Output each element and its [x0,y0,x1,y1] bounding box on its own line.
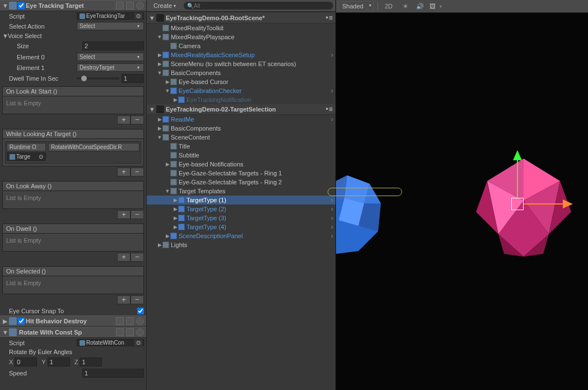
foldout-icon[interactable]: ▶ [165,233,170,239]
dwell-input[interactable] [122,74,144,83]
foldout-icon[interactable]: ▶ [157,117,162,122]
create-dropdown[interactable]: Create ▾ [149,1,180,10]
gear-icon[interactable] [136,2,144,10]
scene-menu-icon[interactable]: •≡ [326,105,333,113]
lighting-toggle-button[interactable]: ☀ [399,2,409,11]
component-header-eye-tracking[interactable]: ▼ Eye Tracking Target [0,0,146,11]
search-input[interactable] [194,3,330,9]
foldout-icon[interactable]: ▼ [157,34,162,40]
foldout-icon[interactable]: ▶ [172,97,178,103]
open-prefab-icon[interactable]: › [331,87,333,95]
open-prefab-icon[interactable]: › [331,223,333,231]
foldout-icon[interactable]: ▶ [157,126,162,131]
2d-toggle-button[interactable]: 2D [381,2,396,11]
preset-icon[interactable] [126,317,134,325]
reference-icon[interactable] [116,2,124,10]
open-prefab-icon[interactable]: › [331,196,333,204]
script-objectfield[interactable]: EyeTrackingTar ⊙ [77,12,144,20]
foldout-icon[interactable]: ▶ [157,52,162,58]
hierarchy-node[interactable]: Camera [147,41,335,50]
scene-header[interactable]: ▼EyeTrackingDemo-00-RootScene*•≡ [147,13,335,24]
audio-toggle-button[interactable]: 🔊 [413,2,423,11]
object-picker-icon[interactable]: ⊙ [39,154,43,160]
foldout-icon[interactable]: ▶ [172,206,178,212]
foldout-icon[interactable]: ▶ [165,161,170,167]
hierarchy-node[interactable]: ▶MixedRealityBasicSceneSetup› [147,50,335,59]
hierarchy-node[interactable]: ▶ReadMe› [147,115,335,124]
hierarchy-node[interactable]: ▶TargetType (3)› [147,213,335,222]
foldout-icon[interactable]: ▶ [157,242,162,248]
add-listener-button[interactable]: + [117,295,130,304]
foldout-icon[interactable]: ▼ [2,32,8,39]
hierarchy-node[interactable]: ▶BasicComponents [147,124,335,133]
foldout-icon[interactable]: ▼ [165,188,170,194]
add-listener-button[interactable]: + [117,115,130,124]
hierarchy-node[interactable]: ▶Eye-based Notifications [147,160,335,169]
hierarchy-node[interactable]: ▶SceneDescriptionPanel› [147,231,335,240]
euler-y-input[interactable] [48,357,70,366]
foldout-icon[interactable]: ▼ [2,329,8,336]
hierarchy-node[interactable]: ▶TargetType (4)› [147,222,335,231]
scene-viewport[interactable] [336,13,588,390]
voice-size-input[interactable] [82,41,144,50]
dwell-slider[interactable] [77,77,119,80]
preset-icon[interactable] [126,2,134,10]
foldout-icon[interactable]: ▼ [165,88,170,94]
object-picker-icon[interactable]: ⊙ [134,13,142,19]
foldout-icon[interactable]: ▶ [172,197,178,203]
remove-listener-button[interactable]: − [130,253,144,262]
object-picker-icon[interactable]: ⊙ [134,340,142,346]
snapto-checkbox[interactable] [137,308,144,314]
component-header-rotate[interactable]: ▼ Rotate With Const Sp [0,327,146,338]
foldout-icon[interactable]: ▼ [2,2,8,9]
gizmo-center-handle[interactable] [511,198,524,210]
hierarchy-node[interactable]: ▼Target Templates [147,187,335,196]
hierarchy-node[interactable]: Subtitle [147,151,335,160]
foldout-icon[interactable]: ▶ [165,79,170,85]
hierarchy-node[interactable]: ▼SceneContent [147,133,335,142]
hierarchy-node[interactable]: Eye-Gaze-Selectable Targets - Ring 2 [147,178,335,187]
preset-icon[interactable] [126,328,134,336]
reference-icon[interactable] [116,328,124,336]
remove-listener-button[interactable]: − [130,210,144,219]
open-prefab-icon[interactable]: › [331,214,333,222]
hierarchy-node[interactable]: ▶TargetType (1)› [147,196,335,205]
voice-el0-dropdown[interactable]: Select ▾ [77,53,144,61]
gear-icon[interactable] [136,328,144,336]
hierarchy-node[interactable]: ▶Lights [147,240,335,249]
open-prefab-icon[interactable]: › [331,115,333,123]
hierarchy-node[interactable]: ▶SceneMenu (to switch between ET scenari… [147,59,335,68]
foldout-icon[interactable]: ▼ [157,70,162,76]
add-listener-button[interactable]: + [117,253,130,262]
add-listener-button[interactable]: + [117,168,130,177]
add-listener-button[interactable]: + [117,210,130,219]
runtime-dropdown[interactable]: Runtime O [7,143,46,151]
reference-icon[interactable] [116,317,124,325]
open-prefab-icon[interactable]: › [331,232,333,240]
hierarchy-node[interactable]: ▼BasicComponents [147,68,335,77]
target-objectfield[interactable]: Targe ⊙ [7,152,46,161]
remove-listener-button[interactable]: − [130,115,144,124]
foldout-icon[interactable]: ▶ [172,215,178,221]
hierarchy-node[interactable]: ▶TargetType (2)› [147,205,335,213]
hierarchy-tree[interactable]: ▼EyeTrackingDemo-00-RootScene*•≡MixedRea… [147,12,335,390]
gear-icon[interactable] [136,317,144,325]
shading-dropdown[interactable]: Shaded [338,1,374,11]
foldout-icon[interactable]: ▶ [2,318,8,325]
scene-menu-icon[interactable]: •≡ [326,14,333,22]
foldout-icon[interactable]: ▶ [157,61,162,67]
gizmo-y-axis-handle[interactable] [513,150,522,160]
foldout-icon[interactable]: ▶ [172,224,178,230]
select-action-dropdown[interactable]: Select ▾ [77,22,144,30]
remove-listener-button[interactable]: − [130,295,144,304]
hierarchy-node[interactable]: ▶EyeTrackingNotification [147,95,335,104]
remove-listener-button[interactable]: − [130,168,144,177]
voice-select-fold[interactable]: ▼ Voice Select [0,31,146,40]
foldout-icon[interactable]: ▼ [149,15,155,21]
hierarchy-node[interactable]: ▼MixedRealityPlayspace [147,32,335,41]
foldout-icon[interactable]: ▼ [157,134,162,140]
rotate-script-objectfield[interactable]: RotateWithCon ⊙ [77,339,144,346]
hierarchy-node[interactable]: Title [147,142,335,151]
hierarchy-node[interactable]: ▼EyeCalibrationChecker› [147,86,335,95]
hierarchy-node[interactable]: Eye-Gaze-Selectable Targets - Ring 1 [147,169,335,178]
